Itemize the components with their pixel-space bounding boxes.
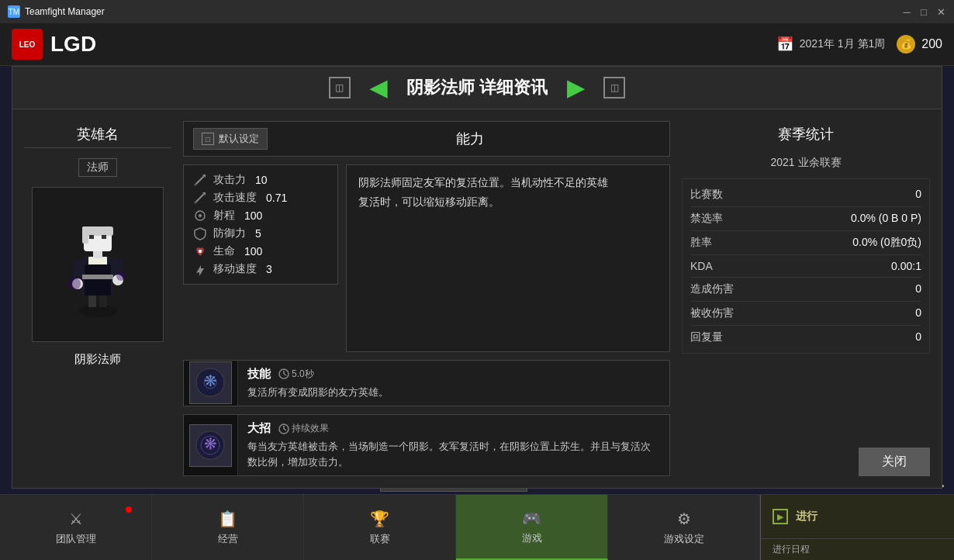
stat-damage-taken: 被收伤害 0 (690, 302, 921, 326)
ult-name: 大招 (247, 421, 271, 436)
match-count-label: 比赛数 (690, 188, 723, 202)
hp-label: 生命 (213, 244, 235, 258)
svg-point-26 (199, 214, 202, 217)
league-label: 联赛 (370, 532, 390, 546)
damage-dealt-value: 0 (915, 282, 921, 296)
ult-cd: 持续效果 (278, 422, 329, 435)
skill-description: 复活所有变成阴影的友方英雄。 (247, 385, 660, 400)
game-button[interactable]: 🎮 游戏 (456, 495, 608, 560)
stat-range: 射程 100 (193, 209, 328, 223)
attack-label: 攻击力 (213, 173, 246, 187)
cd-icon (278, 368, 289, 379)
stat-attack-speed: 攻击速度 0.71 (193, 191, 328, 205)
coin-icon: 💰 (897, 35, 915, 54)
main-content-area: 攻击力 10 攻击速度 0.71 射程 100 (183, 164, 670, 352)
hero-class-box: 法师 (24, 154, 171, 181)
management-label: 经营 (218, 532, 238, 546)
skill-name: 技能 (247, 367, 271, 382)
maximize-button[interactable]: □ (918, 6, 929, 17)
minimize-button[interactable]: ─ (901, 6, 912, 17)
move-speed-value: 3 (266, 263, 272, 275)
skill-title-row: 技能 5.0秒 (247, 367, 660, 382)
hero-name-heading: 英雄名 (24, 121, 171, 148)
coin-value: 200 (921, 37, 942, 51)
league-button[interactable]: 🏆 联赛 (304, 495, 456, 560)
svg-rect-15 (89, 235, 94, 239)
game-settings-icon: ⚙ (677, 510, 691, 528)
skill-section: ❋ 技能 5.0秒 复活所有变成阴影的友方英雄。 (183, 360, 670, 407)
range-label: 射程 (213, 209, 235, 223)
attack-speed-label: 攻击速度 (213, 191, 257, 205)
ult-title-row: 大招 持续效果 (247, 421, 660, 436)
top-header: LEO LGD 📅 2021年 1月 第1周 💰 200 (0, 23, 954, 66)
game-icon: 🎮 (522, 509, 541, 527)
ban-rate-value: 0.0% (0 B 0 P) (851, 212, 921, 226)
svg-rect-6 (82, 275, 113, 279)
svg-point-0 (78, 305, 117, 317)
taskbar: ⚔ 团队管理 📋 经营 🏆 联赛 🎮 游戏 ⚙ 游戏设定 ▶ 进行 进行日程 (0, 494, 954, 560)
right-panel: 赛季统计 2021 业余联赛 比赛数 0 禁选率 0.0% (0 B 0 P) … (682, 121, 930, 476)
team-management-icon: ⚔ (69, 510, 83, 528)
win-rate-label: 胜率 (690, 236, 712, 250)
hp-value: 100 (244, 245, 262, 258)
date-area: 📅 2021年 1月 第1周 (776, 36, 886, 53)
defense-icon (193, 226, 207, 240)
stat-hp: 生命 100 (193, 244, 328, 258)
stat-match-count: 比赛数 0 (690, 183, 921, 207)
taskbar-right: ▶ 进行 进行日程 (760, 495, 954, 560)
prev-hero-button[interactable]: ◀ (366, 75, 391, 101)
svg-line-24 (195, 202, 196, 203)
red-dot-indicator (126, 506, 132, 513)
hp-icon (193, 244, 207, 258)
attack-value: 10 (255, 174, 268, 186)
range-value: 100 (244, 209, 262, 222)
close-button[interactable]: ✕ (935, 6, 946, 17)
modal-title: 阴影法师 详细资讯 (406, 76, 548, 99)
season-title: 赛季统计 (682, 121, 930, 147)
kda-label: KDA (690, 260, 713, 272)
ult-info: 大招 持续效果 每当友方英雄被击杀，当场制造一个阴影。友军复活时，在阴影位置上苏… (238, 415, 669, 475)
skill-info: 技能 5.0秒 复活所有变成阴影的友方英雄。 (238, 361, 669, 406)
damage-taken-value: 0 (915, 306, 921, 320)
stat-attack: 攻击力 10 (193, 173, 328, 187)
settings-icon: □ (202, 133, 214, 145)
ability-header-row: □ 默认设定 能力 (183, 121, 670, 157)
ult-icon-box: ❋ (184, 415, 238, 475)
ult-icon: ❋ (189, 424, 232, 467)
header-right: 📅 2021年 1月 第1周 💰 200 (776, 35, 942, 54)
management-button[interactable]: 📋 经营 (152, 495, 304, 560)
game-label: 游戏 (522, 531, 542, 545)
ban-rate-label: 禁选率 (690, 212, 723, 226)
hero-panel: 英雄名 法师 (24, 121, 171, 476)
hero-full-name: 阴影法师 (74, 352, 121, 367)
settings-button[interactable]: □ 默认设定 (193, 128, 268, 150)
progress-area: ▶ 进行 (761, 495, 954, 539)
app-title: Teamfight Manager (25, 6, 105, 17)
progress-label: 进行 (796, 510, 817, 524)
damage-taken-label: 被收伤害 (690, 306, 734, 320)
defense-label: 防御力 (213, 226, 246, 240)
svg-point-17 (68, 278, 81, 290)
stat-ban-rate: 禁选率 0.0% (0 B 0 P) (690, 207, 921, 231)
corner-icon-left: ◫ (329, 77, 351, 99)
ult-cd-icon (278, 423, 289, 434)
taskbar-left: ⚔ 团队管理 📋 经营 🏆 联赛 🎮 游戏 ⚙ 游戏设定 (0, 495, 760, 560)
healing-label: 回复量 (690, 330, 723, 344)
stats-list: 攻击力 10 攻击速度 0.71 射程 100 (183, 164, 338, 285)
svg-line-21 (195, 184, 196, 185)
game-settings-button[interactable]: ⚙ 游戏设定 (608, 495, 760, 560)
progress-schedule-label: 进行日程 (773, 544, 810, 555)
hero-class-label: 法师 (78, 158, 117, 177)
league-icon: 🏆 (370, 510, 389, 528)
close-button[interactable]: 关闭 (859, 448, 930, 476)
next-hero-button[interactable]: ▶ (563, 75, 588, 101)
defense-value: 5 (255, 227, 261, 240)
team-logo-area: LEO LGD (12, 29, 96, 60)
svg-point-18 (116, 271, 126, 281)
hero-detail-modal: ◫ ◀ 阴影法师 详细资讯 ▶ ◫ 英雄名 法师 (12, 66, 942, 489)
coin-area: 💰 200 (897, 35, 942, 54)
stat-win-rate: 胜率 0.0% (0胜0负) (690, 231, 921, 255)
team-name: LGD (50, 32, 96, 57)
team-management-button[interactable]: ⚔ 团队管理 (0, 495, 152, 560)
management-icon: 📋 (218, 510, 237, 528)
